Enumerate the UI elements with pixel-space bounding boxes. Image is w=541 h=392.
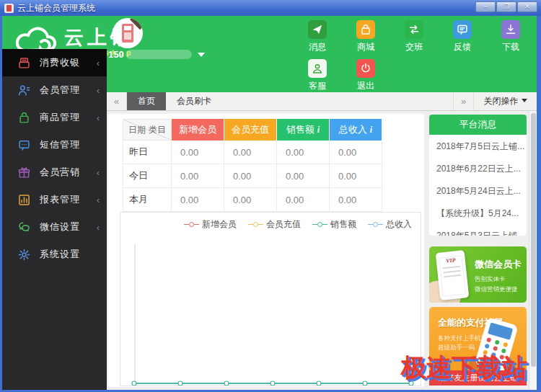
legend-item[interactable]: 新增会员 xyxy=(184,218,237,231)
header-action-message[interactable]: 消息 xyxy=(301,20,334,53)
platform-message-item[interactable]: 2018年6月22日云上... xyxy=(429,157,527,179)
table-column-header: 销售额i xyxy=(277,119,330,141)
chevron-left-icon: ‹ xyxy=(97,58,100,68)
sidebar-item-label: 会员管理 xyxy=(40,84,97,97)
window-content: 云上铺 cloud shop 150 消息商城交班反馈下载客服退出 消费收银‹会… xyxy=(2,16,537,390)
close-operations-dropdown[interactable]: 关闭操作 xyxy=(473,92,537,110)
cashier-icon xyxy=(18,57,30,69)
sidebar-item-settings[interactable]: 系统设置 xyxy=(2,241,107,268)
platform-message-item[interactable]: 2018年7月5日云上铺... xyxy=(429,135,527,157)
main-content: 日期 类目 新增会员会员充值销售额i总收入i 昨日0.000.000.000.0… xyxy=(107,111,537,390)
row-label: 今日 xyxy=(123,164,172,188)
table-column-header: 会员充值 xyxy=(224,119,277,141)
header-action-download[interactable]: 下载 xyxy=(494,20,527,53)
table-cell-value: 0.00 xyxy=(330,141,382,164)
application-window: 云上铺会员管理系统 – ❐ ✕ 云上铺 cloud shop 150 xyxy=(0,0,541,392)
chevron-left-icon: ‹ xyxy=(97,112,100,123)
user-phone-prefix: 150 xyxy=(108,49,124,60)
header-action-logout[interactable]: 退出 xyxy=(349,59,382,92)
table-cell-value: 0.00 xyxy=(330,188,382,212)
shop-badge-icon xyxy=(122,24,133,43)
vertical-scrollbar[interactable] xyxy=(529,111,537,390)
maximize-button[interactable]: ❐ xyxy=(496,1,516,12)
header-action-shift[interactable]: 交班 xyxy=(397,20,431,53)
sidebar-item-cashier[interactable]: 消费收银‹ xyxy=(2,49,107,76)
table-column-header: 新增会员 xyxy=(172,119,224,141)
legend-label: 新增会员 xyxy=(202,218,237,231)
tab-active[interactable]: 首页 xyxy=(127,92,166,110)
table-row: 今日0.000.000.000.00 xyxy=(123,164,382,188)
table-header-row: 日期 类目 新增会员会员充值销售额i总收入i xyxy=(123,119,382,141)
table-cell-value: 0.00 xyxy=(277,164,330,188)
close-button[interactable]: ✕ xyxy=(517,1,537,12)
sidebar-item-label: 报表管理 xyxy=(40,193,97,206)
sidebar-item-label: 短信管理 xyxy=(40,138,100,151)
corner-col-label: 类目 xyxy=(149,124,166,136)
right-panel: 平台消息 2018年7月5日云上铺...2018年6月22日云上...2018年… xyxy=(429,111,527,390)
mall-icon xyxy=(356,20,375,39)
info-icon[interactable]: i xyxy=(370,125,372,134)
platform-message-item[interactable]: 2018年5月24日云上... xyxy=(429,179,527,202)
info-icon[interactable]: i xyxy=(317,125,320,134)
chevron-left-icon: ‹ xyxy=(97,195,100,205)
logout-icon xyxy=(356,59,375,78)
legend-item[interactable]: 总收入 xyxy=(368,218,412,231)
close-operations-label: 关闭操作 xyxy=(484,96,519,106)
column-header-label: 销售额 xyxy=(286,123,315,136)
sidebar-item-sms[interactable]: 短信管理 xyxy=(2,131,107,159)
header-action-feedback[interactable]: 反馈 xyxy=(446,20,479,53)
user-phone[interactable]: 150 xyxy=(108,49,205,60)
sidebar-item-label: 会员营销 xyxy=(40,166,97,179)
sms-icon xyxy=(18,139,30,151)
tabs-scroll-left-button[interactable]: « xyxy=(107,92,127,110)
service-icon xyxy=(308,59,327,78)
sidebar-menu: 消费收银‹会员管理‹商品管理‹短信管理会员营销‹报表管理‹微信设置‹系统设置 xyxy=(2,49,107,390)
dashboard-panel: 日期 类目 新增会员会员充值销售额i总收入i 昨日0.000.000.000.0… xyxy=(108,114,424,387)
table-row: 本月0.000.000.000.00 xyxy=(123,188,382,212)
minimize-button[interactable]: – xyxy=(475,1,496,12)
header-action-service[interactable]: 客服 xyxy=(301,59,334,92)
legend-label: 会员充值 xyxy=(266,218,301,231)
legend-marker-icon xyxy=(312,222,327,227)
platform-messages-title: 平台消息 xyxy=(429,115,527,135)
table-column-header: 总收入i xyxy=(330,119,382,141)
sidebar-item-label: 商品管理 xyxy=(40,111,97,124)
table-cell-value: 0.00 xyxy=(224,141,277,164)
user-phone-redacted xyxy=(126,50,192,59)
table-cell-value: 0.00 xyxy=(277,188,330,212)
header-action-mall[interactable]: 商城 xyxy=(349,20,382,53)
sidebar-item-label: 微信设置 xyxy=(40,220,97,233)
platform-messages-card: 平台消息 2018年7月5日云上铺...2018年6月22日云上...2018年… xyxy=(429,115,527,236)
tab-inactive[interactable]: 会员刷卡 xyxy=(166,92,222,110)
wechat-ad-title: 微信会员卡 xyxy=(475,258,522,271)
legend-label: 总收入 xyxy=(386,218,412,231)
sidebar-item-label: 消费收银 xyxy=(40,56,97,69)
wechat-member-card-banner[interactable]: VIP 微信会员卡 告别实体卡 微信营销更便捷 xyxy=(429,246,527,303)
column-header-label: 新增会员 xyxy=(179,123,216,136)
header-action-label: 消息 xyxy=(301,41,334,53)
tab-bar: « 首页会员刷卡 » 关闭操作 xyxy=(107,92,537,111)
legend-item[interactable]: 会员充值 xyxy=(248,218,301,231)
sidebar-item-goods[interactable]: 商品管理‹ xyxy=(2,104,107,131)
tabs-scroll-right-button[interactable]: » xyxy=(453,92,473,110)
sidebar-item-marketing[interactable]: 会员营销‹ xyxy=(2,159,107,186)
report-icon xyxy=(18,194,30,206)
scrollbar-thumb[interactable] xyxy=(531,113,536,367)
header-action-label: 退出 xyxy=(349,80,382,92)
trend-chart: 新增会员会员充值销售额总收入 xyxy=(120,212,421,386)
corner-row-label: 日期 xyxy=(128,124,146,136)
sidebar-item-report[interactable]: 报表管理‹ xyxy=(2,186,107,213)
legend-marker-icon xyxy=(368,222,383,227)
sidebar-item-wechat[interactable]: 微信设置‹ xyxy=(2,213,107,241)
platform-message-item[interactable]: 【系统升级】5月24... xyxy=(429,202,527,224)
sidebar-item-member[interactable]: 会员管理‹ xyxy=(2,76,107,104)
wechat-icon xyxy=(18,221,30,233)
table-cell-value: 0.00 xyxy=(172,188,224,212)
platform-message-item[interactable]: 2018年5月3日云上铺... xyxy=(429,224,527,236)
member-icon xyxy=(18,84,30,97)
table-cell-value: 0.00 xyxy=(224,164,277,188)
table-cell-value: 0.00 xyxy=(330,164,382,188)
header-action-label: 商城 xyxy=(349,41,382,53)
user-avatar[interactable] xyxy=(113,18,143,48)
legend-item[interactable]: 销售额 xyxy=(312,218,356,231)
